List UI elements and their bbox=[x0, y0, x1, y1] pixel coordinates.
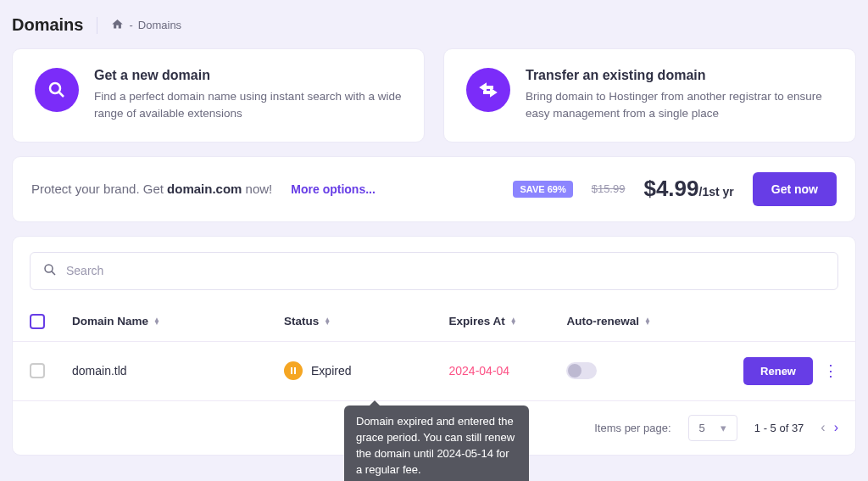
header-divider bbox=[97, 17, 97, 34]
card-transfer-domain[interactable]: Transfer an existing domain Bring domain… bbox=[443, 48, 856, 143]
search-icon bbox=[35, 68, 79, 112]
select-all-checkbox[interactable] bbox=[30, 314, 45, 329]
breadcrumb-current: Domains bbox=[138, 19, 181, 31]
search-box[interactable] bbox=[30, 252, 838, 290]
get-now-button[interactable]: Get now bbox=[753, 172, 837, 206]
save-badge: SAVE 69% bbox=[513, 181, 572, 198]
status-tooltip: Domain expired and entered the grace per… bbox=[344, 405, 529, 481]
breadcrumb-sep: - bbox=[129, 19, 132, 31]
pause-icon bbox=[284, 361, 303, 380]
page-title: Domains bbox=[12, 15, 83, 35]
table-row: domain.tld Expired 2024-04-04 Renew ⋮ bbox=[13, 342, 855, 401]
svg-line-1 bbox=[59, 92, 64, 98]
card-title: Transfer an existing domain bbox=[526, 68, 833, 83]
col-header-expires[interactable]: Expires At▲▼ bbox=[449, 315, 567, 327]
card-new-domain-content: Get a new domain Find a perfect domain n… bbox=[94, 68, 402, 123]
svg-rect-4 bbox=[291, 367, 292, 374]
breadcrumb[interactable]: - Domains bbox=[111, 18, 181, 33]
status-label: Expired bbox=[311, 364, 351, 378]
expires-value: 2024-04-04 bbox=[449, 364, 510, 378]
transfer-icon bbox=[466, 68, 510, 112]
home-icon[interactable] bbox=[111, 18, 124, 33]
card-transfer-domain-content: Transfer an existing domain Bring domain… bbox=[526, 68, 833, 123]
promo-text: Protect your brand. Get domain.com now! bbox=[31, 182, 272, 196]
items-per-page-label: Items per page: bbox=[594, 422, 670, 434]
row-checkbox[interactable] bbox=[30, 363, 45, 378]
price-block: $4.99/1st yr bbox=[643, 176, 733, 202]
table-header: Domain Name▲▼ Status▲▼ Expires At▲▼ Auto… bbox=[13, 302, 855, 342]
next-page-button[interactable]: › bbox=[834, 420, 838, 435]
svg-line-3 bbox=[52, 271, 55, 274]
sort-icon: ▲▼ bbox=[324, 318, 331, 323]
sort-icon: ▲▼ bbox=[510, 318, 517, 323]
auto-renewal-toggle[interactable] bbox=[566, 362, 597, 379]
renew-button[interactable]: Renew bbox=[743, 357, 813, 385]
sort-icon: ▲▼ bbox=[644, 318, 651, 323]
per-page-select[interactable]: 5 ▾ bbox=[688, 415, 737, 441]
page-header: Domains - Domains bbox=[0, 0, 868, 48]
sort-icon: ▲▼ bbox=[153, 318, 160, 323]
status-cell: Expired bbox=[284, 361, 351, 380]
action-cards-row: Get a new domain Find a perfect domain n… bbox=[0, 48, 868, 143]
card-title: Get a new domain bbox=[94, 68, 402, 83]
pager: ‹ › bbox=[821, 420, 838, 435]
svg-rect-5 bbox=[294, 367, 296, 374]
old-price: $15.99 bbox=[592, 182, 626, 195]
svg-point-0 bbox=[50, 83, 60, 93]
pagination-range: 1 - 5 of 37 bbox=[754, 422, 804, 434]
more-options-link[interactable]: More options... bbox=[291, 182, 376, 196]
col-header-name[interactable]: Domain Name▲▼ bbox=[72, 315, 284, 327]
domain-name-cell: domain.tld bbox=[72, 364, 284, 378]
card-desc: Bring domain to Hostinger from another r… bbox=[526, 88, 833, 123]
card-desc: Find a perfect domain name using instant… bbox=[94, 88, 402, 123]
card-new-domain[interactable]: Get a new domain Find a perfect domain n… bbox=[12, 48, 425, 143]
chevron-down-icon: ▾ bbox=[721, 422, 726, 434]
search-icon bbox=[42, 262, 58, 280]
search-input[interactable] bbox=[66, 264, 826, 277]
row-menu-icon[interactable]: ⋮ bbox=[823, 361, 838, 380]
svg-point-2 bbox=[45, 265, 53, 272]
col-header-status[interactable]: Status▲▼ bbox=[284, 315, 448, 327]
promo-bar: Protect your brand. Get domain.com now! … bbox=[12, 156, 856, 222]
prev-page-button[interactable]: ‹ bbox=[821, 420, 825, 435]
col-header-auto[interactable]: Auto-renewal▲▼ bbox=[566, 315, 720, 327]
